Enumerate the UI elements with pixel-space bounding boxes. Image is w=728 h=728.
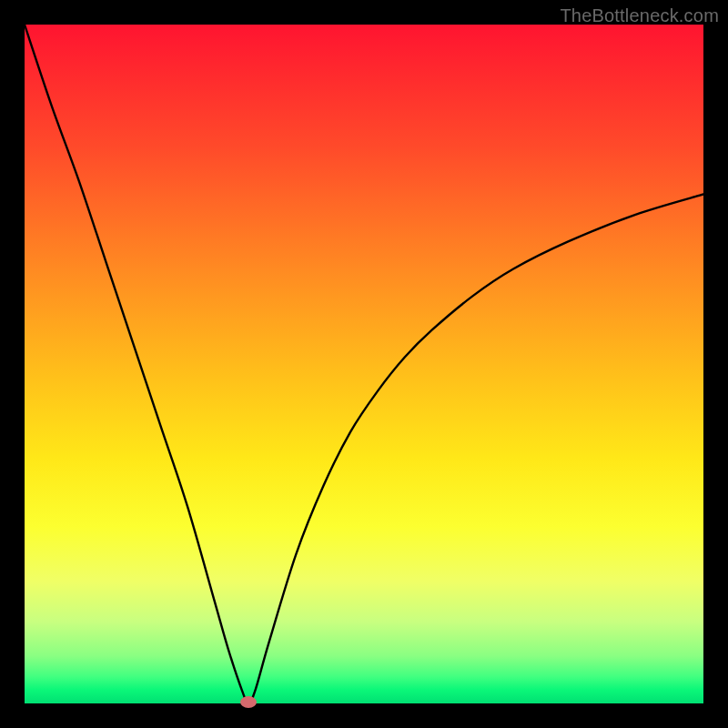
minimum-marker [240, 696, 257, 708]
plot-area [25, 25, 703, 703]
chart-curve [25, 25, 703, 703]
watermark-text: TheBottleneck.com [560, 5, 719, 26]
chart-frame: TheBottleneck.com [0, 0, 728, 728]
